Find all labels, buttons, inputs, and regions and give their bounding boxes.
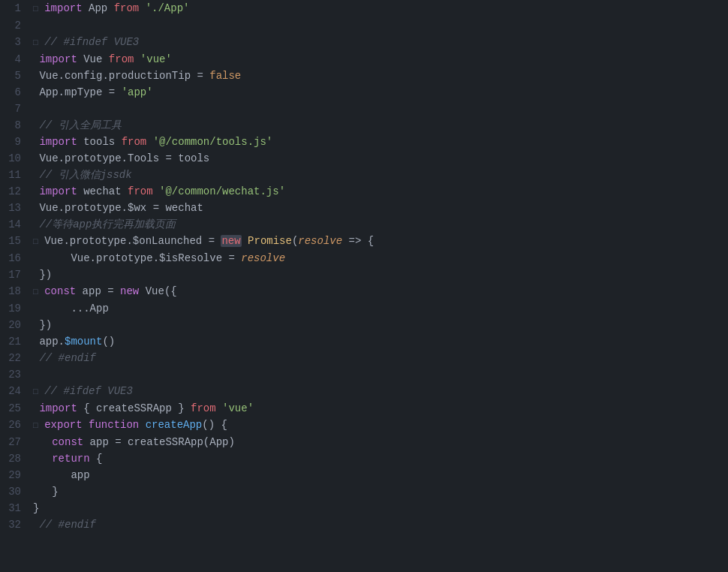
line-number: 8: [0, 117, 30, 134]
fold-indicator[interactable]: □: [33, 421, 43, 430]
token: #endif: [59, 519, 96, 531]
token: app: [83, 436, 115, 448]
token: =: [115, 436, 121, 448]
code-line: 1□ import App from './App': [0, 0, 728, 17]
line-code: Vue.prototype.Tools = tools: [30, 150, 728, 167]
line-number: 16: [0, 250, 30, 266]
fold-indicator[interactable]: □: [33, 38, 43, 47]
line-number: 9: [0, 134, 30, 150]
token: Vue.config.productionTip: [33, 70, 197, 82]
code-line: 25 import { createSSRApp } from 'vue': [0, 400, 728, 417]
code-line: 29 app: [0, 467, 728, 483]
token: Promise: [248, 235, 292, 247]
token: [115, 86, 121, 98]
line-code: }: [30, 483, 728, 500]
token: =: [209, 235, 215, 247]
token: Vue: [146, 285, 164, 297]
token: [153, 185, 159, 197]
line-number: 10: [0, 150, 30, 167]
code-line: 30 }: [0, 483, 728, 500]
line-number: 21: [0, 333, 30, 350]
token: =: [197, 70, 203, 82]
line-number: 15: [0, 233, 30, 250]
token: function: [89, 419, 139, 431]
fold-indicator[interactable]: □: [33, 387, 43, 396]
code-line: 4 import Vue from 'vue': [0, 51, 728, 68]
code-line: 14 //等待app执行完再加载页面: [0, 216, 728, 233]
code-line: 15□ Vue.prototype.$onLaunched = new Prom…: [0, 233, 728, 250]
token: =: [153, 202, 159, 214]
line-code: [30, 366, 728, 383]
line-code: □ import App from './App': [30, 0, 728, 17]
token: export: [44, 419, 82, 431]
token: [216, 402, 222, 414]
line-code: Vue.prototype.$isResolve = resolve: [30, 250, 728, 266]
token: import: [44, 2, 82, 14]
token: //等待app执行完再加载页面: [33, 218, 176, 230]
line-number: 30: [0, 483, 30, 500]
token: tools: [77, 136, 122, 148]
line-code: ...App: [30, 300, 728, 317]
token: './App': [146, 2, 190, 14]
token: =: [165, 152, 171, 164]
token: '@/common/tools.js': [153, 136, 273, 148]
line-number: 13: [0, 200, 30, 216]
token: resolve: [298, 235, 342, 247]
code-line: 6 App.mpType = 'app': [0, 84, 728, 101]
code-line: 18□ const app = new Vue({: [0, 283, 728, 300]
line-number: 14: [0, 216, 30, 233]
line-code: }): [30, 266, 728, 283]
line-number: 28: [0, 450, 30, 467]
code-line: 17 }): [0, 266, 728, 283]
token: [83, 419, 89, 431]
token: const: [33, 436, 83, 448]
line-code: }): [30, 317, 728, 333]
token: import: [33, 53, 77, 65]
line-number: 12: [0, 183, 30, 200]
code-line: 23: [0, 366, 728, 383]
code-line: 19 ...App: [0, 300, 728, 317]
code-line: 21 app.$mount(): [0, 333, 728, 350]
token: Vue.prototype.Tools: [33, 152, 165, 164]
token: VUE3: [114, 36, 140, 48]
token: => {: [342, 235, 374, 247]
fold-indicator[interactable]: □: [33, 5, 43, 14]
fold-indicator[interactable]: □: [33, 288, 43, 297]
token: from: [128, 185, 153, 197]
fold-indicator[interactable]: □: [33, 237, 43, 246]
line-number: 4: [0, 51, 30, 68]
token: wechat: [77, 185, 128, 197]
code-line: 2: [0, 17, 728, 34]
code-line: 22 // #endif: [0, 350, 728, 366]
token: }): [33, 269, 52, 281]
line-code: import { createSSRApp } from 'vue': [30, 400, 728, 417]
line-number: 29: [0, 467, 30, 483]
token: app: [76, 285, 107, 297]
line-code: import tools from '@/common/tools.js': [30, 134, 728, 150]
line-code: □ const app = new Vue({: [30, 283, 728, 300]
token: #endif: [59, 352, 96, 364]
line-code: □ // #ifndef VUE3: [30, 34, 728, 51]
line-code: □ export function createApp() {: [30, 417, 728, 434]
line-code: app: [30, 467, 728, 483]
token: 'vue': [222, 402, 254, 414]
token: (): [102, 336, 115, 348]
token: createSSRApp: [122, 436, 203, 448]
line-code: □ Vue.prototype.$onLaunched = new Promis…: [30, 233, 728, 250]
token: Vue.prototype.$isResolve: [33, 252, 228, 264]
code-line: 9 import tools from '@/common/tools.js': [0, 134, 728, 150]
line-code: □ // #ifdef VUE3: [30, 383, 728, 400]
token: #ifdef: [63, 385, 101, 397]
token: =: [109, 86, 115, 98]
line-number: 25: [0, 400, 30, 417]
token: () {: [202, 419, 227, 431]
code-editor: 1□ import App from './App'23□ // #ifndef…: [0, 0, 728, 533]
line-code: Vue.prototype.$wx = wechat: [30, 200, 728, 216]
token: tools: [172, 152, 209, 164]
token: [101, 385, 107, 397]
line-code: app.$mount(): [30, 333, 728, 350]
token: App.mpType: [33, 86, 109, 98]
token: //: [33, 352, 59, 364]
line-code: import wechat from '@/common/wechat.js': [30, 183, 728, 200]
token: //: [44, 36, 63, 48]
